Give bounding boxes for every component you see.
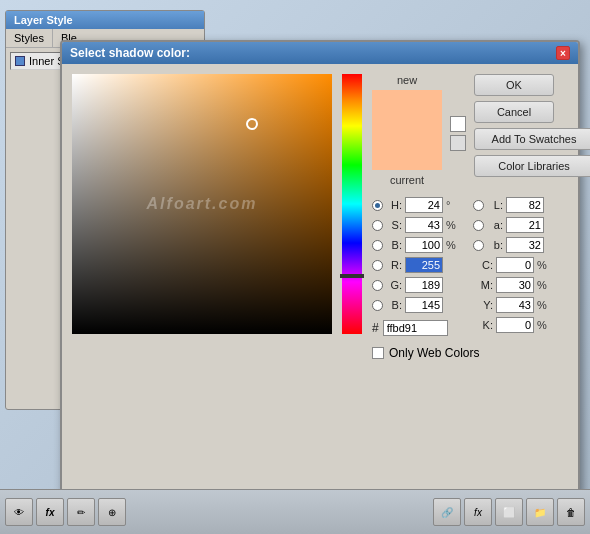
fx2-btn[interactable]: fx	[464, 498, 492, 526]
cancel-button[interactable]: Cancel	[474, 101, 554, 123]
layer-style-title: Layer Style	[6, 11, 204, 29]
a-label: a:	[487, 219, 503, 231]
a-radio[interactable]	[473, 220, 484, 231]
hue-slider[interactable]	[342, 74, 362, 334]
magenta-input[interactable]	[496, 277, 534, 293]
black-swatch	[450, 135, 466, 151]
l-label: L:	[487, 199, 503, 211]
dialog-title: Select shadow color:	[70, 46, 190, 60]
yellow-row: Y: %	[473, 296, 549, 314]
b-lab-row: b:	[473, 236, 549, 254]
hue-slider-container[interactable]	[342, 74, 362, 334]
black-input[interactable]	[496, 317, 534, 333]
color-picker-area[interactable]: Alfoart.com	[72, 74, 332, 334]
gradient-dark	[72, 74, 332, 334]
add-to-swatches-button[interactable]: Add To Swatches	[474, 128, 590, 150]
brightness-radio[interactable]	[372, 240, 383, 251]
ok-button[interactable]: OK	[474, 74, 554, 96]
saturation-input[interactable]	[405, 217, 443, 233]
red-input[interactable]	[405, 257, 443, 273]
current-label: current	[390, 174, 424, 186]
magenta-unit: %	[537, 279, 549, 291]
yellow-unit: %	[537, 299, 549, 311]
black-row: K: %	[473, 316, 549, 334]
swatch-area: new current	[372, 74, 442, 186]
dialog-body: Alfoart.com new current	[62, 64, 578, 370]
green-input[interactable]	[405, 277, 443, 293]
green-label: G:	[386, 279, 402, 291]
yellow-input[interactable]	[496, 297, 534, 313]
pencil-btn[interactable]: ✏	[67, 498, 95, 526]
new-label: new	[397, 74, 417, 86]
saturation-unit: %	[446, 219, 458, 231]
color-picker-right: new current OK Cancel Add To Swatc	[372, 74, 590, 360]
b-lab-radio[interactable]	[473, 240, 484, 251]
hue-row: H: °	[372, 196, 458, 214]
hex-hash: #	[372, 321, 379, 335]
black-unit: %	[537, 319, 549, 331]
red-radio[interactable]	[372, 260, 383, 271]
trash-btn[interactable]: 🗑	[557, 498, 585, 526]
brightness-label: B:	[386, 239, 402, 251]
link-btn[interactable]: 🔗	[433, 498, 461, 526]
magenta-row: M: %	[473, 276, 549, 294]
b-lab-label: b:	[487, 239, 503, 251]
l-row: L:	[473, 196, 549, 214]
b-lab-input[interactable]	[506, 237, 544, 253]
l-radio[interactable]	[473, 200, 484, 211]
circle-btn[interactable]: ⊕	[98, 498, 126, 526]
cyan-label: C:	[473, 259, 493, 271]
cyan-input[interactable]	[496, 257, 534, 273]
current-color-swatch[interactable]	[372, 130, 442, 170]
web-colors-row: Only Web Colors	[372, 346, 590, 360]
hue-radio[interactable]	[372, 200, 383, 211]
a-row: a:	[473, 216, 549, 234]
mask-btn[interactable]: ⬜	[495, 498, 523, 526]
green-radio[interactable]	[372, 280, 383, 291]
color-picker-dialog: Select shadow color: × Alfoart.com new	[60, 40, 580, 500]
hue-unit: °	[446, 199, 458, 211]
color-mode-indicators	[450, 116, 466, 151]
color-values: H: ° S: % B:	[372, 196, 590, 336]
dialog-titlebar: Select shadow color: ×	[62, 42, 578, 64]
blue-row: B:	[372, 296, 458, 314]
web-colors-checkbox[interactable]	[372, 347, 384, 359]
folder-btn[interactable]: 📁	[526, 498, 554, 526]
yellow-label: Y:	[473, 299, 493, 311]
blue-radio[interactable]	[372, 300, 383, 311]
bottom-taskbar: 👁 fx ✏ ⊕ 🔗 fx ⬜ 📁 🗑	[0, 489, 590, 534]
hue-input[interactable]	[405, 197, 443, 213]
red-row: R:	[372, 256, 458, 274]
gradient-canvas[interactable]: Alfoart.com	[72, 74, 332, 334]
styles-tab[interactable]: Styles	[6, 29, 53, 47]
blue-label: B:	[386, 299, 402, 311]
cyan-row: C: %	[473, 256, 549, 274]
hex-input[interactable]	[383, 320, 448, 336]
new-color-swatch[interactable]	[372, 90, 442, 130]
web-colors-label: Only Web Colors	[389, 346, 479, 360]
swatch-colors	[372, 90, 442, 170]
saturation-radio[interactable]	[372, 220, 383, 231]
style-checkbox[interactable]	[15, 56, 25, 66]
action-buttons: OK Cancel Add To Swatches Color Librarie…	[474, 74, 590, 177]
eye-tool-btn[interactable]: 👁	[5, 498, 33, 526]
hue-label: H:	[386, 199, 402, 211]
brightness-unit: %	[446, 239, 458, 251]
close-button[interactable]: ×	[556, 46, 570, 60]
cyan-unit: %	[537, 259, 549, 271]
lab-cmyk-column: L: a: b:	[473, 196, 549, 336]
saturation-label: S:	[386, 219, 402, 231]
black-label: K:	[473, 319, 493, 331]
a-input[interactable]	[506, 217, 544, 233]
brightness-input[interactable]	[405, 237, 443, 253]
fx-btn[interactable]: fx	[36, 498, 64, 526]
white-swatch	[450, 116, 466, 132]
hsb-rgb-column: H: ° S: % B:	[372, 196, 458, 336]
l-input[interactable]	[506, 197, 544, 213]
red-label: R:	[386, 259, 402, 271]
blue-input[interactable]	[405, 297, 443, 313]
color-libraries-button[interactable]: Color Libraries	[474, 155, 590, 177]
magenta-label: M:	[473, 279, 493, 291]
hex-row: #	[372, 320, 458, 336]
brightness-row: B: %	[372, 236, 458, 254]
